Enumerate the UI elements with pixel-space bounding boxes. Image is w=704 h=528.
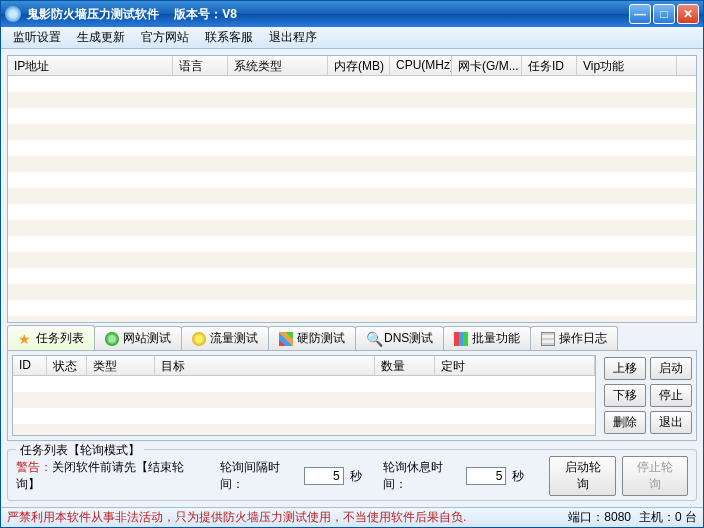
stop-button[interactable]: 停止	[650, 384, 692, 407]
delete-button[interactable]: 删除	[604, 411, 646, 434]
poll-group: 任务列表【轮询模式】 警告：关闭软件前请先【结束轮询】 轮询间隔时间： 秒 轮询…	[7, 449, 697, 501]
window-title: 鬼影防火墙压力测试软件 版本号：V8	[27, 6, 629, 23]
poll-interval-input[interactable]	[304, 467, 344, 485]
column-header[interactable]: 任务ID	[522, 56, 577, 75]
tab[interactable]: 流量测试	[181, 326, 269, 350]
column-header[interactable]: 语言	[173, 56, 228, 75]
tab[interactable]: 🔍DNS测试	[355, 326, 444, 350]
menu-item[interactable]: 生成更新	[69, 27, 133, 48]
tab-label: 操作日志	[559, 330, 607, 347]
tab-label: 硬防测试	[297, 330, 345, 347]
hosts-table: IP地址语言系统类型内存(MB)CPU(MHz)网卡(G/M...任务IDVip…	[7, 55, 697, 323]
minimize-button[interactable]: ―	[629, 4, 651, 24]
app-icon	[5, 6, 21, 22]
tab-label: 流量测试	[210, 330, 258, 347]
tab-label: 批量功能	[472, 330, 520, 347]
column-header[interactable]: 数量	[375, 356, 435, 375]
close-button[interactable]: ✕	[677, 4, 699, 24]
maximize-button[interactable]: □	[653, 4, 675, 24]
poll-rest-input[interactable]	[466, 467, 506, 485]
poll-rest-label: 轮询休息时间：	[383, 459, 461, 493]
column-header[interactable]: 状态	[47, 356, 87, 375]
titlebar: 鬼影防火墙压力测试软件 版本号：V8 ― □ ✕	[1, 1, 703, 27]
tab[interactable]: 操作日志	[530, 326, 618, 350]
tab-label: 网站测试	[123, 330, 171, 347]
tab[interactable]: 批量功能	[443, 326, 531, 350]
bars-icon	[454, 332, 468, 346]
menu-item[interactable]: 联系客服	[197, 27, 261, 48]
star-icon: ★	[18, 332, 32, 346]
column-header[interactable]: IP地址	[8, 56, 173, 75]
menu-item[interactable]: 监听设置	[5, 27, 69, 48]
column-header[interactable]: 定时	[435, 356, 595, 375]
move-down-button[interactable]: 下移	[604, 384, 646, 407]
statusbar: 严禁利用本软件从事非法活动，只为提供防火墙压力测试使用，不当使用软件后果自负. …	[1, 507, 703, 527]
status-warning: 严禁利用本软件从事非法活动，只为提供防火墙压力测试使用，不当使用软件后果自负.	[7, 509, 466, 526]
menubar: 监听设置生成更新官方网站联系客服退出程序	[1, 27, 703, 49]
tab-bar: ★任务列表网站测试流量测试硬防测试🔍DNS测试批量功能操作日志	[7, 327, 697, 351]
doty-icon	[192, 332, 206, 346]
column-header[interactable]: 网卡(G/M...	[452, 56, 522, 75]
poll-legend: 任务列表【轮询模式】	[16, 442, 144, 459]
poll-warning: 警告：关闭软件前请先【结束轮询】	[16, 459, 193, 493]
poll-interval-label: 轮询间隔时间：	[220, 459, 298, 493]
tasks-table-body[interactable]	[13, 376, 595, 435]
column-header[interactable]: 系统类型	[228, 56, 328, 75]
column-header[interactable]: Vip功能	[577, 56, 677, 75]
tasks-table: ID状态类型目标数量定时	[12, 355, 596, 436]
start-poll-button[interactable]: 启动轮询	[549, 456, 615, 496]
column-header[interactable]: 类型	[87, 356, 155, 375]
tab[interactable]: ★任务列表	[7, 325, 95, 350]
tab-label: 任务列表	[36, 330, 84, 347]
status-host-count: 0 台	[675, 510, 697, 524]
start-button[interactable]: 启动	[650, 357, 692, 380]
status-port: 8080	[604, 510, 631, 524]
tab[interactable]: 硬防测试	[268, 326, 356, 350]
column-header[interactable]: 目标	[155, 356, 375, 375]
column-header[interactable]: CPU(MHz)	[390, 56, 452, 75]
dns-icon: 🔍	[366, 332, 380, 346]
exit-button[interactable]: 退出	[650, 411, 692, 434]
menu-item[interactable]: 官方网站	[133, 27, 197, 48]
column-header[interactable]: 内存(MB)	[328, 56, 390, 75]
tab[interactable]: 网站测试	[94, 326, 182, 350]
sq-icon	[279, 332, 293, 346]
menu-item[interactable]: 退出程序	[261, 27, 325, 48]
move-up-button[interactable]: 上移	[604, 357, 646, 380]
globe-icon	[105, 332, 119, 346]
column-header[interactable]: ID	[13, 356, 47, 375]
tab-label: DNS测试	[384, 330, 433, 347]
log-icon	[541, 332, 555, 346]
stop-poll-button[interactable]: 停止轮询	[622, 456, 688, 496]
hosts-table-body[interactable]	[8, 76, 696, 322]
